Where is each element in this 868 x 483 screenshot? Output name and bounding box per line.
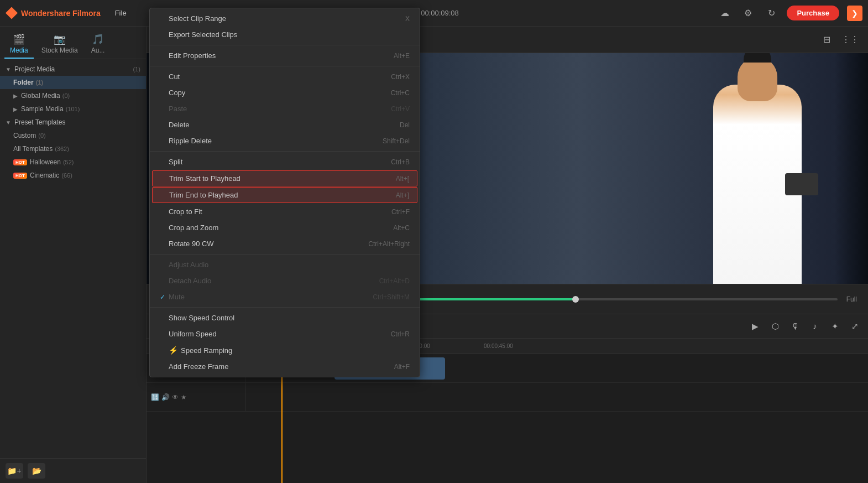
ctx-export-selected[interactable]: Export Selected Clips — [150, 27, 420, 43]
context-menu: Select Clip Range X Export Selected Clip… — [149, 8, 420, 377]
ctx-label-0: Select Clip Range — [169, 14, 405, 23]
ctx-label-20: Add Freeze Frame — [169, 362, 394, 371]
ctx-label-10: Trim End to Playhead — [169, 191, 396, 199]
ctx-label-8: Split — [169, 158, 391, 166]
ctx-shortcut-5: Ctrl+V — [391, 105, 410, 113]
ctx-shortcut-13: Ctrl+Alt+Right — [368, 240, 410, 248]
ctx-trim-end[interactable]: Trim End to Playhead Alt+] — [152, 187, 417, 203]
ctx-add-freeze-frame[interactable]: Add Freeze Frame Alt+F — [150, 359, 420, 375]
ctx-crop-fit[interactable]: Crop to Fit Ctrl+F — [150, 204, 420, 220]
ctx-adjust-audio: Adjust Audio — [150, 257, 420, 273]
ctx-show-speed-control[interactable]: Show Speed Control — [150, 310, 420, 326]
ctx-label-3: Cut — [169, 72, 391, 81]
ctx-shortcut-mute: Ctrl+Shift+M — [373, 293, 410, 301]
ctx-label-14: Adjust Audio — [169, 261, 410, 269]
ctx-label-17: Show Speed Control — [169, 314, 410, 322]
ctx-divider-1 — [150, 45, 420, 45]
ctx-paste: Paste Ctrl+V — [150, 101, 420, 117]
ctx-shortcut-2: Alt+E — [394, 52, 410, 60]
ctx-mute: ✓ Mute Ctrl+Shift+M — [150, 289, 420, 305]
ctx-speed-ramping[interactable]: ⚡ Speed Ramping — [150, 342, 420, 359]
ctx-label-13: Rotate 90 CW — [169, 240, 368, 248]
ctx-uniform-speed[interactable]: Uniform Speed Ctrl+R — [150, 326, 420, 342]
ctx-cut[interactable]: Cut Ctrl+X — [150, 69, 420, 85]
ctx-rotate[interactable]: Rotate 90 CW Ctrl+Alt+Right — [150, 236, 420, 252]
ctx-label-11: Crop to Fit — [169, 207, 391, 216]
ctx-delete[interactable]: Delete Del — [150, 117, 420, 133]
ctx-shortcut-9: Alt+[ — [396, 175, 409, 183]
ctx-trim-start[interactable]: Trim Start to Playhead Alt+[ — [152, 170, 417, 186]
ctx-split[interactable]: Split Ctrl+B — [150, 154, 420, 170]
speed-ramp-icon: ⚡ — [169, 346, 178, 355]
ctx-label-18: Uniform Speed — [169, 330, 391, 338]
ctx-label-15: Detach Audio — [169, 277, 379, 285]
ctx-label-7: Ripple Delete — [169, 137, 383, 145]
ctx-label-mute: Mute — [169, 293, 373, 301]
ctx-label-9: Trim Start to Playhead — [169, 174, 396, 183]
ctx-shortcut-15: Ctrl+Alt+D — [379, 277, 410, 285]
ctx-select-clip-range[interactable]: Select Clip Range X — [150, 11, 420, 27]
ctx-shortcut-18: Ctrl+R — [391, 330, 410, 338]
ctx-check-mute: ✓ — [160, 293, 169, 301]
ctx-divider-5 — [150, 307, 420, 308]
ctx-shortcut-3: Ctrl+X — [391, 73, 410, 81]
ctx-label-19: Speed Ramping — [181, 346, 410, 355]
ctx-divider-4 — [150, 254, 420, 255]
ctx-edit-properties[interactable]: Edit Properties Alt+E — [150, 48, 420, 64]
ctx-shortcut-0: X — [405, 15, 410, 23]
ctx-shortcut-7: Shift+Del — [383, 137, 410, 145]
ctx-label-6: Delete — [169, 121, 400, 129]
ctx-crop-zoom[interactable]: Crop and Zoom Alt+C — [150, 220, 420, 236]
ctx-copy[interactable]: Copy Ctrl+C — [150, 85, 420, 101]
ctx-divider-2 — [150, 66, 420, 66]
ctx-label-4: Copy — [169, 89, 391, 97]
ctx-shortcut-11: Ctrl+F — [391, 208, 410, 216]
ctx-shortcut-20: Alt+F — [394, 363, 410, 371]
ctx-shortcut-12: Alt+C — [393, 224, 410, 232]
ctx-label-5: Paste — [169, 105, 391, 113]
ctx-ripple-delete[interactable]: Ripple Delete Shift+Del — [150, 133, 420, 149]
ctx-divider-3 — [150, 151, 420, 152]
ctx-shortcut-6: Del — [400, 121, 410, 129]
context-menu-overlay[interactable]: Select Clip Range X Export Selected Clip… — [0, 0, 868, 483]
ctx-detach-audio: Detach Audio Ctrl+Alt+D — [150, 273, 420, 289]
ctx-shortcut-10: Alt+] — [396, 191, 409, 199]
ctx-shortcut-8: Ctrl+B — [391, 158, 410, 166]
ctx-label-1: Export Selected Clips — [169, 30, 410, 39]
ctx-label-12: Crop and Zoom — [169, 224, 393, 232]
ctx-shortcut-4: Ctrl+C — [391, 89, 410, 97]
ctx-label-2: Edit Properties — [169, 51, 394, 60]
